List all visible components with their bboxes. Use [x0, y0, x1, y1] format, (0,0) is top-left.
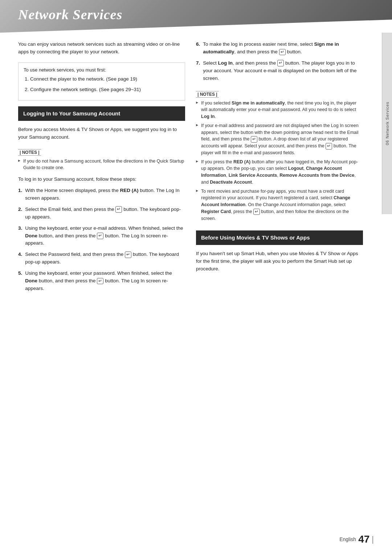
info-box: To use network services, you must first:…	[18, 62, 185, 101]
page-title: Network Services	[0, 0, 392, 29]
enter-icon-2	[115, 206, 122, 213]
note-right-1: If you selected Sign me in automatically…	[196, 100, 363, 120]
prereq-item-2: Configure the network settings. (See pag…	[30, 86, 180, 94]
notes-block-1: | NOTES | If you do not have a Samsung a…	[18, 146, 185, 172]
notes-list-1: If you do not have a Samsung account, fo…	[18, 158, 185, 172]
section2-text: If you haven't set up Smart Hub, when yo…	[196, 250, 363, 273]
notes-block-right: | NOTES | If you selected Sign me in aut…	[196, 87, 363, 222]
step-7: 7. Select Log In, and then press the but…	[196, 60, 363, 82]
section2-heading: Before Using Movies & TV Shows or Apps	[196, 230, 363, 245]
enter-icon-3	[97, 233, 103, 239]
chapter-side-tab: 06 Network Services	[382, 33, 392, 214]
section1-intro2: To log in to your Samsung account, follo…	[18, 176, 185, 183]
chapter-label: 06 Network Services	[385, 102, 389, 145]
step-1: 1. With the Home screen displayed, press…	[18, 187, 185, 202]
enter-icon-n2b	[326, 143, 332, 150]
notes-header-1: | NOTES |	[18, 149, 41, 156]
enter-icon-5	[97, 278, 103, 285]
footer-pipe: |	[372, 535, 374, 544]
prereq-item-1: Connect the player to the network. (See …	[30, 75, 180, 83]
enter-icon-n2	[251, 136, 257, 143]
left-column: You can enjoy various network services s…	[18, 33, 185, 298]
page-header: Network Services	[0, 0, 392, 33]
steps-list-right: 6. To make the log in process easier nex…	[196, 41, 363, 82]
enter-icon-7	[277, 60, 284, 66]
step-2: 2. Select the Email field, and then pres…	[18, 206, 185, 221]
step-6: 6. To make the log in process easier nex…	[196, 41, 363, 56]
step-5: 5. Using the keyboard, enter your passwo…	[18, 270, 185, 293]
page-footer: English 47 |	[339, 533, 374, 545]
enter-icon-6	[279, 49, 286, 56]
note-right-2: If your e-mail address and password are …	[196, 122, 363, 156]
info-box-title: To use network services, you must first:	[24, 66, 180, 74]
section1-intro: Before you access Movies & TV Shows or A…	[18, 126, 185, 141]
intro-paragraph: You can enjoy various network services s…	[18, 41, 185, 56]
note-right-4: To rent movies and purchase for-pay apps…	[196, 188, 363, 222]
content-area: You can enjoy various network services s…	[0, 33, 392, 298]
enter-icon-4	[125, 252, 131, 258]
notes-header-right: | NOTES |	[196, 91, 219, 98]
prerequisites-list: Connect the player to the network. (See …	[24, 75, 180, 94]
enter-icon-n4	[253, 209, 260, 215]
right-column: 6. To make the log in process easier nex…	[196, 33, 363, 298]
note-right-3: If you press the RED (A) button after yo…	[196, 159, 363, 186]
footer-language: English	[339, 536, 356, 542]
section1-heading: Logging In to Your Samsung Account	[18, 106, 185, 121]
note-item-1: If you do not have a Samsung account, fo…	[18, 158, 185, 172]
notes-list-right: If you selected Sign me in automatically…	[196, 100, 363, 222]
steps-list-left: 1. With the Home screen displayed, press…	[18, 187, 185, 293]
step-4: 4. Select the Password field, and then p…	[18, 251, 185, 266]
step-3: 3. Using the keyboard, enter your e-mail…	[18, 225, 185, 248]
page-number: 47	[358, 533, 369, 545]
